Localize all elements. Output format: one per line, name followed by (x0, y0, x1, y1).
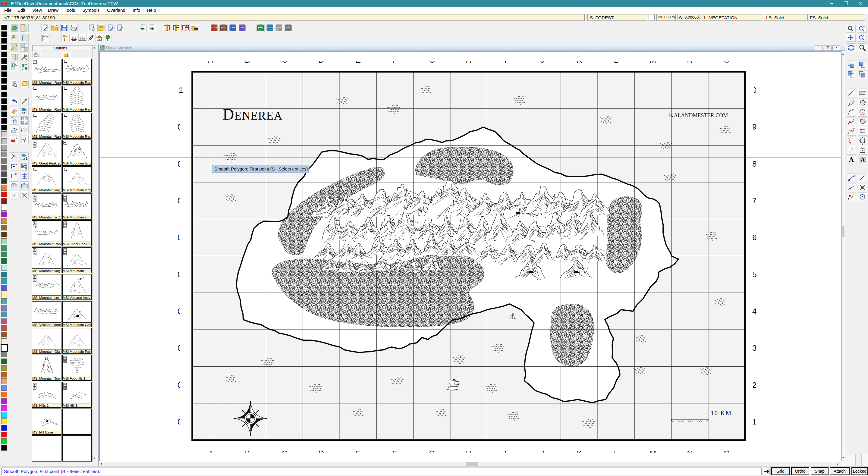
svg-text:B: B (245, 449, 250, 458)
svg-text:-: - (863, 33, 864, 38)
svg-text:I: I (504, 449, 507, 458)
svg-text:4: 4 (752, 307, 756, 316)
svg-text:x,y: x,y (22, 164, 26, 167)
svg-text:R: R (34, 145, 36, 148)
svg-text:E: E (355, 56, 361, 64)
svg-text:CC3+: CC3+ (211, 26, 217, 29)
svg-text:L: L (614, 56, 618, 64)
svg-text:7: 7 (752, 196, 756, 205)
svg-text:3: 3 (851, 146, 854, 150)
svg-text:5: 5 (752, 270, 756, 279)
svg-text:-: - (13, 173, 14, 178)
svg-text:+: + (13, 164, 15, 168)
svg-text:K: K (577, 56, 582, 64)
svg-text:+: + (863, 25, 865, 28)
svg-text:D: D (318, 449, 324, 458)
svg-text:H: H (466, 449, 472, 458)
svg-text:J: J (540, 449, 545, 458)
svg-text:F: F (393, 56, 398, 64)
svg-text:2: 2 (752, 381, 756, 389)
svg-text:3: 3 (752, 344, 756, 352)
svg-text:1: 1 (179, 86, 183, 95)
svg-text:800: 800 (13, 36, 16, 38)
svg-text:M: M (650, 56, 656, 64)
svg-text:R: R (64, 225, 66, 228)
svg-text:0: 0 (178, 122, 182, 131)
svg-text:0: 0 (178, 159, 182, 168)
svg-text:2: 2 (849, 150, 851, 154)
svg-text:N: N (687, 56, 693, 64)
svg-text:Smooth Polygon: First point (S: Smooth Polygon: First point (S - Select … (214, 166, 309, 171)
svg-text:F: F (393, 449, 398, 458)
svg-text:G: G (429, 449, 435, 458)
svg-text:A: A (849, 156, 854, 163)
svg-text:1: 1 (752, 417, 756, 426)
svg-text:L: L (614, 449, 618, 458)
svg-text:O: O (723, 56, 730, 64)
svg-text:0: 0 (178, 381, 182, 389)
svg-text:DD3: DD3 (221, 26, 226, 29)
svg-text:SS3: SS3 (277, 26, 281, 29)
svg-text:1: 1 (26, 157, 27, 160)
svg-text:0: 0 (178, 307, 182, 316)
svg-text:O: O (723, 449, 730, 458)
svg-text:0: 0 (178, 196, 182, 205)
svg-text:Aa: Aa (22, 157, 25, 160)
svg-text:G: G (429, 56, 435, 64)
svg-text:9: 9 (752, 122, 756, 131)
svg-text:C: C (281, 449, 287, 458)
svg-text:6: 6 (752, 233, 756, 242)
svg-text:R: R (34, 225, 36, 228)
svg-text:KALANDMESTER.COM: KALANDMESTER.COM (669, 111, 728, 119)
svg-text:0: 0 (178, 344, 182, 352)
svg-text:0: 0 (178, 233, 182, 242)
svg-text:K: K (577, 449, 582, 458)
svg-text:0: 0 (752, 86, 756, 95)
svg-text:R: R (64, 360, 66, 363)
svg-text:M: M (650, 449, 656, 458)
svg-text:8: 8 (752, 159, 756, 168)
svg-text:10 KM: 10 KM (711, 409, 732, 417)
svg-text:COS3: COS3 (267, 27, 273, 29)
svg-text:0: 0 (178, 270, 182, 279)
svg-text:R: R (34, 198, 36, 201)
svg-text:0: 0 (178, 417, 182, 426)
svg-text:N: N (687, 449, 693, 458)
svg-text:E: E (355, 449, 361, 458)
svg-text:R: R (64, 387, 66, 390)
svg-text:R: R (64, 252, 66, 255)
svg-text:R: R (64, 198, 66, 201)
svg-text:R: R (34, 252, 36, 255)
svg-text:Aa: Aa (22, 111, 25, 115)
svg-text:H: H (466, 56, 472, 64)
svg-text:I: I (504, 56, 507, 64)
svg-text:C: C (281, 56, 287, 64)
svg-text:D: D (318, 56, 324, 64)
svg-text:A: A (861, 157, 865, 163)
svg-text:CD3: CD3 (230, 26, 235, 29)
svg-text:R: R (34, 279, 36, 282)
svg-text:R: R (34, 387, 36, 390)
svg-text:J: J (540, 56, 545, 64)
svg-text:B: B (245, 56, 250, 64)
svg-text:SS4: SS4 (286, 26, 290, 29)
